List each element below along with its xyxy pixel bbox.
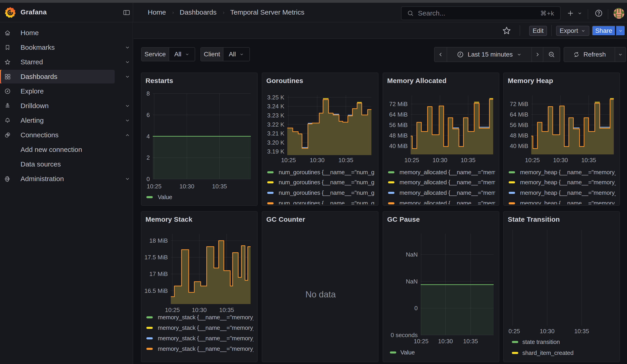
legend-item[interactable]: memory_stack {__name__="memory_stack", i…	[146, 324, 254, 332]
chevron-down-icon[interactable]	[124, 117, 130, 123]
legend-series-label: num_goroutines {__name__="num_goroutines…	[279, 169, 374, 176]
legend-item[interactable]: memory_stack {__name__="memory_stack", i…	[146, 313, 254, 321]
legend-item[interactable]: memory_heap {__name__="memory_heap", ins…	[509, 178, 616, 186]
client-filter[interactable]: Client All	[200, 47, 250, 61]
legend-series-label: shard_item_created	[522, 349, 574, 357]
add-new-button[interactable]	[565, 6, 576, 20]
no-data-message: No data	[305, 290, 336, 300]
sidebar-item-drilldown[interactable]: Drilldown	[0, 99, 133, 113]
gcpause-chart: 0 seconds0NaNNaN10:2510:3010:35	[383, 212, 499, 362]
sidebar-item-administration[interactable]: Administration	[0, 171, 133, 186]
legend-item[interactable]: state transition	[512, 338, 560, 346]
refresh-interval-button[interactable]	[615, 48, 626, 62]
legend-item[interactable]: memory_allocated {__name__="memory_alloc…	[388, 189, 495, 197]
search-shortcut: ⌘+k	[540, 9, 554, 17]
svg-text:10:30: 10:30	[540, 328, 555, 335]
legend-item[interactable]: Value	[146, 193, 172, 201]
service-filter-value-group[interactable]: All	[169, 48, 195, 61]
legend: Value	[141, 192, 257, 204]
legend: memory_heap {__name__="memory_heap", ins…	[504, 167, 620, 204]
legend-series-label: memory_allocated {__name__="memory_alloc…	[399, 189, 495, 196]
legend-item[interactable]: memory_allocated {__name__="memory_alloc…	[388, 199, 495, 204]
legend-item[interactable]: memory_heap {__name__="memory_heap", ins…	[509, 189, 616, 197]
refresh-icon	[573, 51, 580, 58]
legend-item[interactable]: num_goroutines {__name__="num_goroutines…	[267, 189, 374, 197]
legend-item[interactable]: memory_stack {__name__="memory_stack", i…	[146, 345, 254, 353]
legend-item[interactable]: num_goroutines {__name__="num_goroutines…	[267, 178, 374, 186]
svg-text:16.5 MiB: 16.5 MiB	[144, 287, 168, 294]
legend: state transitionshard_item_created	[504, 337, 620, 360]
svg-text:3.20 K: 3.20 K	[267, 139, 285, 146]
svg-text:NaN: NaN	[406, 278, 418, 285]
chevron-down-icon[interactable]	[124, 74, 130, 80]
legend-series-marker	[146, 337, 153, 339]
compass-icon	[4, 88, 11, 95]
sidebar-item-label: Administration	[20, 175, 64, 183]
svg-text:72 MiB: 72 MiB	[389, 101, 408, 107]
panel-state: State Transition10:2510:3010:35state tra…	[503, 211, 620, 362]
time-range-button[interactable]: Last 15 minutes	[447, 48, 531, 62]
legend-item[interactable]: memory_heap {__name__="memory_heap", ins…	[509, 199, 616, 204]
header-brand-area: Grafana	[0, 3, 133, 22]
user-avatar[interactable]	[613, 6, 625, 20]
sidebar-item-home[interactable]: Home	[0, 26, 133, 40]
legend-series-label: num_goroutines {__name__="num_goroutines…	[279, 179, 374, 186]
panel-title[interactable]: GC Counter	[266, 215, 305, 223]
zoom-out-button[interactable]	[543, 48, 560, 62]
sidebar-item-highlight	[1, 99, 115, 113]
share-menu-button[interactable]	[616, 26, 625, 36]
add-new-chevron[interactable]	[576, 6, 584, 20]
time-forward-button[interactable]	[532, 48, 543, 62]
legend-item[interactable]: num_goroutines {__name__="num_goroutines…	[267, 199, 374, 204]
svg-text:10:35: 10:35	[574, 328, 589, 335]
sidebar-item-label: Bookmarks	[20, 44, 55, 51]
legend-item[interactable]: Value	[390, 349, 415, 356]
dock-menu-icon[interactable]	[123, 9, 130, 16]
sidebar-item-connections[interactable]: Connections	[0, 128, 133, 142]
help-button[interactable]	[593, 6, 605, 20]
sidebar-item-explore[interactable]: Explore	[0, 84, 133, 99]
sidebar-item-dashboards[interactable]: Dashboards	[0, 69, 133, 84]
time-back-button[interactable]	[435, 48, 447, 62]
sidebar-item-alerting[interactable]: Alerting	[0, 113, 133, 128]
legend-item[interactable]: memory_heap {__name__="memory_heap", ins…	[509, 168, 616, 176]
chevron-down-icon[interactable]	[124, 45, 130, 51]
legend-series-marker	[146, 196, 153, 198]
sidebar-item-bookmarks[interactable]: Bookmarks	[0, 40, 133, 55]
chevron-down-icon[interactable]	[124, 59, 130, 65]
legend-item[interactable]: shard_item_created	[512, 349, 574, 357]
share-button[interactable]: Share	[592, 26, 615, 36]
breadcrumb-item-dashboards[interactable]: Dashboards	[180, 8, 217, 16]
sidebar-item-add-new-connection[interactable]: Add new connection	[0, 142, 133, 157]
star-dashboard-button[interactable]	[502, 26, 512, 36]
legend-series-marker	[146, 327, 153, 329]
legend: memory_stack {__name__="memory_stack", i…	[141, 312, 257, 360]
svg-text:0 seconds: 0 seconds	[391, 332, 418, 338]
legend-item[interactable]: num_goroutines {__name__="num_goroutines…	[267, 168, 374, 176]
refresh-button[interactable]: Refresh	[564, 48, 615, 62]
zoom-out-icon	[548, 51, 555, 58]
client-filter-value-group[interactable]: All	[223, 48, 250, 61]
svg-text:10:25: 10:25	[414, 338, 428, 345]
legend-item[interactable]: memory_allocated {__name__="memory_alloc…	[388, 168, 495, 176]
refresh-picker: Refresh	[564, 47, 626, 62]
service-filter[interactable]: Service All	[141, 47, 195, 61]
legend-series-marker	[512, 341, 518, 343]
breadcrumb-item-home[interactable]: Home	[148, 8, 166, 16]
legend-item[interactable]: memory_allocated {__name__="memory_alloc…	[388, 178, 495, 186]
chevron-down-icon[interactable]	[124, 176, 130, 182]
sidebar-item-starred[interactable]: Starred	[0, 55, 133, 69]
svg-text:10:30: 10:30	[179, 183, 194, 190]
svg-text:10:35: 10:35	[463, 338, 478, 345]
export-button[interactable]: Export	[556, 26, 589, 36]
legend-item[interactable]: memory_stack {__name__="memory_stack", i…	[146, 334, 254, 342]
chevron-up-icon[interactable]	[124, 132, 130, 138]
filter-row: Service All Client All Last 15 minutes	[134, 39, 627, 73]
grafana-logo-icon	[5, 7, 15, 18]
chevron-down-icon[interactable]	[124, 103, 130, 109]
sidebar-item-highlight	[1, 113, 115, 127]
search-input[interactable]: Search... ⌘+k	[401, 6, 561, 20]
svg-text:18 MiB: 18 MiB	[149, 237, 168, 244]
sidebar-item-data-sources[interactable]: Data sources	[0, 157, 133, 171]
edit-button[interactable]: Edit	[529, 26, 547, 36]
